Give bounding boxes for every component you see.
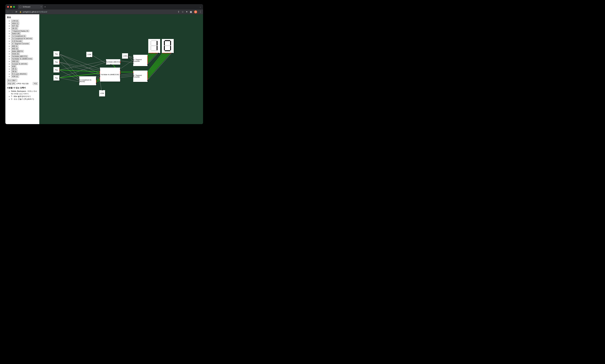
element-list-item: AND 4x [11,45,38,47]
element-button[interactable]: AND 4x [11,45,18,47]
element-button[interactable]: OR 4x [11,68,17,70]
svg-line-9 [59,62,106,78]
node-toggle-1[interactable]: Tog. [53,51,59,57]
element-button[interactable]: 4-16 Decoder [11,40,23,42]
svg-line-41 [147,53,158,64]
shortcut-item: C - 요소 만들기 (추상화하기) [11,98,38,101]
element-list-item: AND (A) [11,48,38,50]
close-window-icon[interactable] [7,6,9,8]
node-2s-compliment[interactable]: 2's Compliment 4x (4I/C4O) [79,76,96,85]
element-button[interactable]: Full Adder 4x (4A4BC/C4O) [11,58,33,60]
seven-segment-display-2[interactable] [162,39,174,53]
browser-tab[interactable]: Schboard × [18,5,43,9]
node-low-2[interactable]: LOW [122,53,128,59]
element-list-item: 4-16 Decoder [11,40,38,42]
share-icon[interactable]: ⇪ [178,10,180,13]
new-tab-button[interactable]: + [44,5,46,8]
element-button[interactable]: AND (A) [11,48,19,50]
element-button[interactable]: XOR (X) [11,75,19,78]
node-label: 2's Compliment 4x (4I/C4O) [79,79,96,82]
node-label: Tog. [55,61,58,63]
element-list: LOW (0)HIGH (1)NOT (N)OR (O)7-Segment Di… [7,20,38,78]
element-list-item: NOT (N) [11,25,38,27]
shortcuts-heading: 사용할 수 있는 단축키 [7,86,38,89]
svg-line-34 [147,53,157,63]
file-select-button[interactable]: 파일 선택 [7,82,16,85]
element-button[interactable]: LOW (0) [11,20,19,22]
element-button[interactable]: HIGH (1) [11,22,19,25]
element-button[interactable]: Full Adder (ABC/CO) [11,55,28,57]
element-button[interactable]: 4-7 Segment Converter [11,42,30,45]
node-toggle-4[interactable]: Tog. [53,75,59,80]
node-full-adder[interactable]: Full Adder (ABC/CO) [106,59,120,65]
element-list-item: LOW (0) [11,20,38,22]
tabs-menu-icon[interactable]: ⌄ [200,6,201,8]
create-element-button[interactable]: 요소 만들기 [7,79,17,82]
minimize-window-icon[interactable] [10,6,12,8]
node-toggle-2[interactable]: Tog. [53,59,59,65]
element-list-item: Increase 4x (4I/C4O) [11,63,38,65]
element-button[interactable]: OR (O) [11,27,18,30]
element-button[interactable]: NOR [11,65,16,67]
svg-line-39 [147,53,169,77]
element-list-item: NOR [11,65,38,67]
menu-icon[interactable]: ⋮ [199,10,202,13]
maximize-window-icon[interactable] [13,6,15,8]
svg-line-37 [147,53,166,75]
svg-line-36 [147,53,164,73]
svg-line-4 [59,62,79,79]
element-button[interactable]: NOT (N) [11,25,19,27]
svg-line-35 [147,53,163,72]
svg-line-17 [120,60,133,69]
node-label: LOW [100,92,104,94]
element-button[interactable]: Adder (AB/CO) [11,50,24,52]
sidebar: 요소 LOW (0)HIGH (1)NOT (N)OR (O)7-Segment… [5,14,39,124]
panel-icon[interactable]: ▣ [190,10,192,13]
element-list-item: OR 4x [11,68,38,70]
element-list-item: Full Adder (ABC/CO) [11,55,38,57]
element-list-item: Adder (AB/CO) [11,50,38,52]
node-low-3[interactable]: LOW [99,90,105,96]
svg-line-7 [59,78,79,82]
node-label: Full Adder (ABC/CO) [106,61,120,63]
svg-line-18 [128,56,133,59]
reload-icon[interactable]: ⟳ [15,11,17,13]
seven-segment-display-1[interactable] [148,39,160,53]
svg-line-3 [59,62,100,75]
element-button[interactable]: R-S Latch (RS/IOO) [11,73,27,75]
element-list-item: 2's Compliment 4x (4I/C4O) [11,37,38,40]
shortcuts-list: Delete, Backspace - 마우스 커서에 가까운 요소 지우기T … [7,90,38,101]
element-list-item: XOR (X) [11,75,38,78]
element-button[interactable]: 1's Compliment 4x [11,35,26,37]
node-label: LOW [123,55,127,57]
shortcut-item: T - Wire 불투명하게 하기 [11,95,38,98]
svg-line-33 [147,53,155,62]
element-button[interactable]: 7-Segment Display (S) [11,30,29,32]
bookmark-icon[interactable]: ☆ [182,10,184,13]
element-button[interactable]: GND (G) [11,60,19,63]
node-low-1[interactable]: LOW [86,52,92,57]
element-button[interactable]: Increase 4x (4I/C4O) [11,63,28,65]
node-converter-1[interactable]: 4-7 Segment Converter [133,55,147,66]
node-label: Tog. [55,77,58,79]
element-button[interactable]: Diode (D) [11,52,20,55]
close-tab-icon[interactable]: × [41,6,42,8]
extensions-icon[interactable]: ✦ [186,10,188,13]
element-list-item: Switch (W) [11,32,38,35]
element-button[interactable]: Switch (W) [11,32,21,35]
node-label: LOW [87,53,91,55]
node-converter-2[interactable]: 4-7 Segment Converter [133,71,147,82]
element-button[interactable]: OR 8x [11,70,17,73]
profile-avatar[interactable] [194,10,197,13]
node-toggle-3[interactable]: Tog. [53,67,59,72]
element-button[interactable]: 2's Compliment 4x (4I/C4O) [11,37,33,40]
node-full-adder-4x[interactable]: Full Adder 4x (4A4BC/C4O) [100,67,120,81]
shortcut-item: Delete, Backspace - 마우스 커서에 가까운 요소 지우기 [11,90,38,95]
save-button[interactable]: 저장 [33,82,38,85]
element-list-item: 7-Segment Display (S) [11,30,38,32]
back-icon[interactable]: ← [7,11,9,13]
url-field[interactable]: 🔒 junhg0211.github.io/SchBoard/ [19,11,175,13]
svg-line-31 [147,53,152,59]
canvas[interactable]: Tog. Tog. Tog. Tog. LOW LOW [39,14,203,124]
sidebar-heading: 요소 [7,16,38,18]
